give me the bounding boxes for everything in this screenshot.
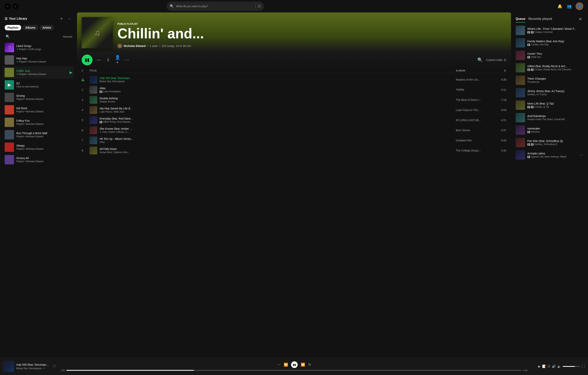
- search-tracks-button[interactable]: 🔍: [477, 57, 483, 63]
- queue-item[interactable]: Pac-Man (feat. ScHoolboy Q) EEGorillaz, …: [514, 136, 585, 149]
- track-row[interactable]: 4 Hip-Hop Saved My Life (f... Lupe Fiasc…: [82, 105, 506, 115]
- friends-button[interactable]: 👥: [566, 3, 572, 9]
- expand-library-button[interactable]: →: [66, 16, 72, 22]
- filter-albums[interactable]: Albums: [23, 25, 38, 30]
- queue-button[interactable]: ☷: [547, 364, 550, 368]
- queue-item[interactable]: Jimmy Jimmy (feat. AJ Tracey) Gorillaz, …: [514, 87, 585, 99]
- queue-list: What's Life - From "Liberated / Music F.…: [513, 22, 587, 356]
- liked-sub: ✦ Playlist • 9,343 songs: [16, 48, 72, 51]
- sidebar-item-folksy[interactable]: Folksy Fun Playlist • Nicholas Edward: [3, 116, 74, 129]
- track-row[interactable]: 6 She Knows (feat. Amber ... J. Cole, Am…: [82, 125, 506, 135]
- more-options-button[interactable]: ⋯: [124, 57, 130, 63]
- repeat-button[interactable]: ↻: [308, 363, 311, 367]
- playlist-play-button[interactable]: ▮▮: [82, 55, 93, 66]
- queue-more-button[interactable]: ⋯: [579, 153, 583, 157]
- lyrics-button[interactable]: 📝: [542, 364, 546, 368]
- queue-item[interactable]: namesake ENoname: [514, 124, 585, 136]
- notifications-button[interactable]: 🔔: [557, 3, 563, 9]
- download-button[interactable]: ⇩: [105, 57, 111, 63]
- sidebar-item-hephep[interactable]: Hep Hep ✦ Playlist • Nicholas Edward: [3, 54, 74, 66]
- queue-item[interactable]: Them Changes Thundercat: [514, 74, 585, 87]
- track-title-block: All Falls Down Kanye West, Syleena John.…: [100, 147, 129, 154]
- nav-back-button[interactable]: ‹: [5, 3, 11, 9]
- queue-item[interactable]: Acid Raindrops People Under The Stairs, …: [514, 111, 585, 124]
- track-row[interactable]: 3 Doobie Ashtray Deejay Sincere The Best…: [82, 95, 506, 105]
- search-input[interactable]: [176, 5, 253, 8]
- shuffle-ctrl-button[interactable]: ⸻: [277, 363, 281, 367]
- tab-queue[interactable]: Queue: [516, 16, 525, 22]
- hephep-info: Hep Hep ✦ Playlist • Nicholas Edward: [16, 57, 72, 63]
- volume-button[interactable]: 🔈: [557, 364, 561, 368]
- avatar[interactable]: 👤: [576, 2, 583, 10]
- queue-info: Armada Latina ECypress Hill, Marc Anthon…: [527, 152, 577, 158]
- shuffle-button[interactable]: ⸻: [96, 57, 102, 63]
- track-row[interactable]: 5 Everyday (feat. Rod Stew... EA$AP Rock…: [82, 115, 506, 125]
- queue-artist: ENoname: [527, 131, 583, 133]
- now-playing-view-button[interactable]: ▶: [538, 364, 541, 368]
- dj-thumb: ▶: [5, 80, 14, 89]
- track-duration: 4:11: [495, 88, 506, 91]
- sidebar: ☰ Your Library + → Playlists Albums Arti…: [1, 12, 75, 356]
- next-button[interactable]: ⏩: [301, 363, 305, 367]
- sidebar-item-groovy[interactable]: Groovy AF Playlist • Nicholas Edward: [3, 154, 74, 166]
- tab-recently-played[interactable]: Recently played: [528, 16, 552, 22]
- queue-artist: EEGorillaz, ScHoolboy Q: [527, 143, 583, 146]
- close-panel-button[interactable]: ✕: [577, 16, 583, 22]
- recents-label[interactable]: Recents: [63, 35, 72, 38]
- queue-item[interactable]: Comin' Thru EChali 2na: [514, 49, 585, 62]
- custom-order[interactable]: Custom order ☰: [486, 58, 506, 62]
- queue-item[interactable]: What's Life - From "Liberated / Music F.…: [514, 24, 585, 37]
- play-pause-button[interactable]: ▮▮: [291, 361, 298, 368]
- sleepy-info: Sleepy Playlist • Nicholas Edward: [16, 144, 72, 150]
- sidebar-filters: Playlists Albums Artists: [1, 23, 75, 32]
- volume-bar[interactable]: [563, 366, 580, 367]
- track-row[interactable]: Indy 500 (feat. Decompo... Binary Star, …: [82, 75, 506, 85]
- track-thumbnail: [89, 86, 97, 94]
- sidebar-item-run[interactable]: Run Through a Brick Wall Playlist • Nich…: [3, 129, 74, 141]
- track-number: 7: [82, 139, 89, 142]
- queue-item[interactable]: Gifted (feat. Roddy Ricch & Ant... EECor…: [514, 62, 585, 74]
- queue-item[interactable]: More Life (feat. Q Tip) EECordae, Q-Tip: [514, 99, 585, 111]
- track-artist: Binary Star, Decompoze: [100, 80, 132, 83]
- track-row[interactable]: 7 Hit 'Em Up - Album Versio... 2Pac Grea…: [82, 135, 506, 145]
- sidebar-item-chillin[interactable]: Chillin' and... ✦ Playlist • Nicholas Ed…: [3, 66, 74, 79]
- sidebar-list: ♡ Liked Songs ✦ Playlist • 9,343 songs H…: [1, 41, 75, 356]
- fullscreen-button[interactable]: ⛶: [582, 365, 585, 368]
- run-info: Run Through a Brick Wall Playlist • Nich…: [16, 132, 72, 138]
- sidebar-item-driving[interactable]: Driving Playlist • Nicholas Edward: [3, 91, 74, 104]
- nav-forward-button[interactable]: ›: [12, 3, 19, 9]
- prev-button[interactable]: ⏪: [284, 363, 288, 367]
- track-row[interactable]: 8 All Falls Down Kanye West, Syleena Joh…: [82, 145, 506, 155]
- queue-thumbnail: [516, 88, 525, 97]
- search-icon: 🔍: [170, 4, 174, 8]
- folksy-thumb: [5, 118, 14, 127]
- track-title-block: She Knows (feat. Amber ... J. Cole, Ambe…: [100, 127, 132, 133]
- header-num: #: [82, 69, 89, 72]
- dot-separator-1: •: [147, 44, 148, 47]
- queue-thumbnail: [516, 113, 525, 122]
- track-artist: Kanye West, Syleena John...: [100, 151, 129, 154]
- filter-artists[interactable]: Artists: [40, 25, 54, 30]
- follow-button[interactable]: 👤+: [114, 57, 121, 63]
- filter-playlists[interactable]: Playlists: [5, 25, 21, 30]
- track-row[interactable]: 2 Atlas ELuke Christopher TMRW 4:11: [82, 85, 506, 95]
- connect-button[interactable]: 🔊: [552, 364, 556, 368]
- sidebar-item-kidrock[interactable]: Kid Rock Playlist • Nicholas Edward: [3, 104, 74, 116]
- sidebar-item-liked[interactable]: ♡ Liked Songs ✦ Playlist • 9,343 songs: [3, 41, 74, 54]
- queue-artist: Thundercat: [527, 81, 583, 83]
- queue-item[interactable]: Family Matters (feat. Arin Ray) ECordae,…: [514, 37, 585, 49]
- chillin-name: Chillin' and...: [16, 69, 67, 72]
- driving-thumb: [5, 93, 14, 102]
- queue-thumbnail: [516, 38, 525, 47]
- progress-track[interactable]: [66, 370, 522, 371]
- liked-thumb: ♡: [5, 43, 14, 52]
- queue-item[interactable]: Armada Latina ECypress Hill, Marc Anthon…: [514, 149, 585, 161]
- sidebar-item-sleepy[interactable]: Sleepy Playlist • Nicholas Edward: [3, 141, 74, 154]
- playlist-art: ♫: [82, 17, 113, 48]
- track-title-block: Hit 'Em Up - Album Versio... 2Pac: [100, 137, 133, 143]
- add-library-button[interactable]: +: [58, 16, 64, 22]
- sidebar-item-dj[interactable]: ▶ DJ Click to start listening: [3, 79, 74, 91]
- np-heart-button[interactable]: ♡: [51, 363, 58, 370]
- sidebar-search-button[interactable]: 🔍: [5, 33, 11, 40]
- track-thumbnail: [89, 147, 97, 154]
